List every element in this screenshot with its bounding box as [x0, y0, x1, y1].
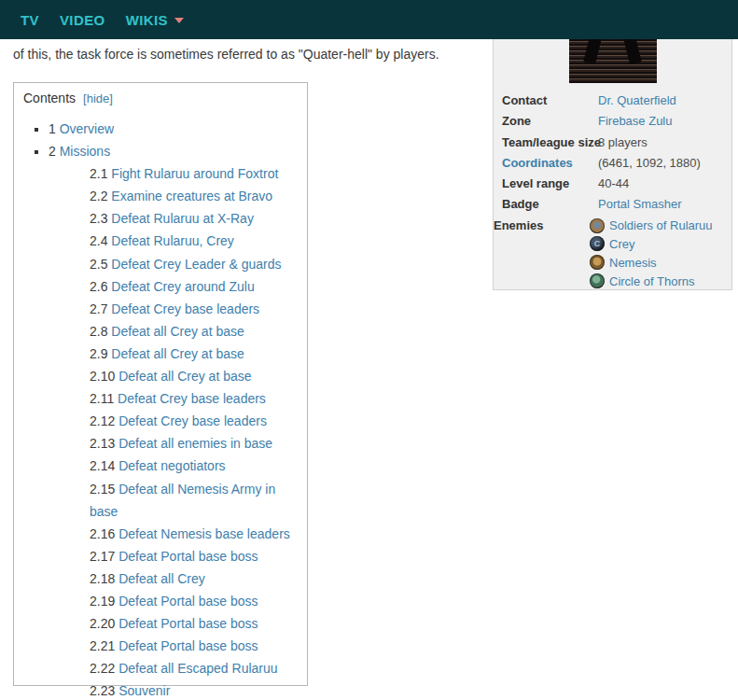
toc-item: 2.23 Souvenir [90, 679, 307, 700]
toc-link[interactable]: Defeat all Crey [118, 571, 205, 586]
enemy-link[interactable]: Soldiers of Rularuu [609, 218, 713, 232]
toc-link[interactable]: Defeat Portal base boss [118, 638, 258, 653]
toc-link[interactable]: Defeat Crey base leaders [118, 413, 267, 428]
toc-link[interactable]: Defeat Crey Leader & guards [111, 257, 281, 272]
toc-item: 2.6 Defeat Crey around Zulu [90, 275, 307, 298]
nav-wikis[interactable]: WIKIS [126, 12, 184, 28]
infobox-label-enemies: Enemies [494, 217, 590, 290]
toc-item: 2 Missions2.1 Fight Rularuu around Foxtr… [49, 140, 307, 700]
toc-item: 2.10 Defeat all Crey at base [90, 365, 307, 387]
infobox-value: (6461, 1092, 1880) [598, 153, 724, 174]
toc-link[interactable]: Defeat all Crey at base [111, 346, 244, 361]
crey-badge-icon: C [590, 236, 605, 251]
circle-of-thorns-badge-icon [590, 273, 605, 288]
toc-list: 1 Overview2 Missions2.1 Fight Rularuu ar… [23, 118, 307, 700]
soldiers-of-rularuu-badge-icon [590, 218, 605, 233]
intro-paragraph: of this, the task force is sometimes ref… [13, 46, 480, 63]
toc-number: 2.7 [90, 301, 107, 316]
toc-link[interactable]: Defeat Crey around Zulu [111, 279, 254, 294]
toc-link[interactable]: Examine creatures at Bravo [111, 189, 272, 203]
toc-link[interactable]: Overview [60, 121, 114, 136]
toc-number: 2.16 [90, 526, 115, 541]
toc-number: 2.20 [90, 616, 115, 631]
enemy-line: CCrey [590, 235, 731, 254]
toc-link[interactable]: Defeat Crey base leaders [118, 391, 266, 406]
toc-item: 2.7 Defeat Crey base leaders [90, 298, 307, 320]
toc-number: 2.13 [90, 436, 115, 451]
toc-link[interactable]: Souvenir [118, 683, 170, 698]
infobox-row: ZoneFirebase Zulu [502, 111, 724, 132]
infobox-value[interactable]: Dr. Quaterfield [598, 91, 724, 111]
toc-number: 2.15 [90, 482, 115, 497]
toc-item: 2.8 Defeat all Crey at base [90, 320, 307, 343]
toc-number: 2.22 [90, 661, 115, 676]
toc-item: 2.3 Defeat Rularuu at X-Ray [90, 207, 307, 230]
toc-item: 2.11 Defeat Crey base leaders [90, 387, 307, 410]
infobox-value: 8 players [598, 133, 724, 153]
toc-link[interactable]: Defeat all Crey at base [111, 324, 244, 339]
enemy-link[interactable]: Nemesis [609, 256, 657, 270]
toc-item: 2.21 Defeat Portal base boss [90, 635, 307, 657]
enemies-list: Soldiers of RularuuCCreyNemesisCircle of… [590, 217, 731, 290]
toc-item: 2.19 Defeat Portal base boss [90, 590, 307, 612]
toc-link[interactable]: Defeat negotiators [118, 458, 225, 473]
toc-number: 2.9 [90, 346, 107, 361]
toc-number: 2.6 [90, 279, 107, 294]
enemy-link[interactable]: Circle of Thorns [609, 274, 695, 288]
toc-number: 2.19 [90, 594, 115, 609]
infobox-value[interactable]: Portal Smasher [598, 194, 724, 215]
infobox-row: ContactDr. Quaterfield [502, 91, 724, 111]
toc-item: 2.16 Defeat Nemesis base leaders [90, 523, 307, 545]
toc-item: 2.1 Fight Rularuu around Foxtrot [90, 162, 307, 185]
toc-item: 2.15 Defeat all Nemesis Army in base [90, 478, 307, 523]
photo-right-leg-shape [622, 39, 641, 64]
toc-link[interactable]: Defeat Portal base boss [118, 616, 258, 631]
toc-number: 2.4 [90, 233, 107, 248]
infobox-row: Level range40-44 [502, 174, 724, 194]
toc-link[interactable]: Defeat Rularuu, Crey [111, 233, 234, 248]
nav-wikis-label: WIKIS [126, 12, 168, 28]
infobox-row: Team/league size8 players [502, 133, 724, 153]
toc-link[interactable]: Defeat Portal base boss [118, 594, 258, 609]
enemy-line: Circle of Thorns [590, 272, 731, 290]
toc-item: 1 Overview [49, 118, 307, 140]
infobox-value[interactable]: Firebase Zulu [598, 111, 724, 132]
top-nav-bar: TV VIDEO WIKIS [0, 0, 738, 39]
toc-link[interactable]: Missions [60, 144, 110, 159]
toc-item: 2.14 Defeat negotiators [90, 455, 307, 477]
infobox-label: Level range [502, 174, 598, 194]
toc-item: 2.18 Defeat all Crey [90, 567, 307, 590]
toc-item: 2.5 Defeat Crey Leader & guards [90, 253, 307, 275]
toc-number: 2.5 [90, 257, 107, 272]
toc-number: 2.14 [90, 458, 115, 473]
chevron-down-icon [174, 18, 184, 23]
toc-hide-link[interactable]: [hide] [83, 91, 113, 105]
toc-link[interactable]: Defeat Rularuu at X-Ray [111, 211, 254, 226]
toc-number: 2.18 [90, 571, 115, 586]
nav-video[interactable]: VIDEO [60, 12, 105, 28]
toc-link[interactable]: Defeat all Escaped Rularuu [118, 661, 277, 676]
enemy-link[interactable]: Crey [609, 237, 634, 251]
toc-link[interactable]: Defeat all enemies in base [118, 436, 272, 451]
nav-tv[interactable]: TV [21, 12, 39, 28]
toc-link[interactable]: Defeat all Nemesis Army in base [90, 482, 275, 519]
infobox-label: Badge [502, 194, 598, 215]
toc-link[interactable]: Defeat Portal base boss [118, 549, 258, 564]
toc-link[interactable]: Defeat all Crey at base [118, 369, 251, 384]
toc-link[interactable]: Fight Rularuu around Foxtrot [111, 166, 278, 181]
toc-number: 1 [49, 121, 56, 136]
toc-item: 2.9 Defeat all Crey at base [90, 343, 307, 365]
toc-item: 2.17 Defeat Portal base boss [90, 545, 307, 567]
infobox-label[interactable]: Coordinates [502, 153, 598, 174]
toc-number: 2.3 [90, 211, 107, 226]
toc-item: 2.13 Defeat all enemies in base [90, 432, 307, 455]
photo-left-leg-shape [583, 39, 602, 64]
enemy-line: Soldiers of Rularuu [590, 217, 731, 235]
toc-item: 2.4 Defeat Rularuu, Crey [90, 230, 307, 252]
enemy-line: Nemesis [590, 253, 731, 272]
toc-number: 2.8 [90, 324, 107, 339]
toc-link[interactable]: Defeat Crey base leaders [111, 301, 259, 316]
infobox-label: Contact [502, 91, 598, 111]
infobox-row: Coordinates(6461, 1092, 1880) [502, 153, 724, 174]
toc-link[interactable]: Defeat Nemesis base leaders [118, 526, 290, 541]
